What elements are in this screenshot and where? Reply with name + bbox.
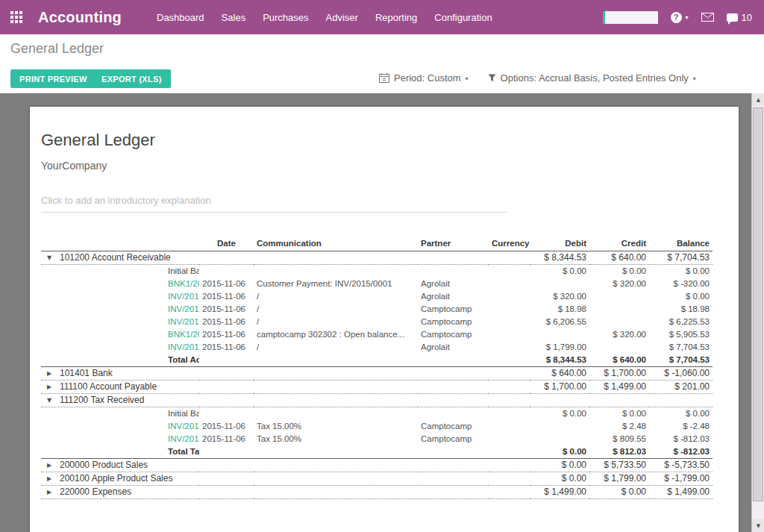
table-row: INV/2015/0002▼ 2015-11-06 Tax 15.00% Cam… xyxy=(41,420,713,433)
table-row: ▶200100 Apple Product Sales $ 0.00 $ 1,7… xyxy=(41,472,713,486)
messages-count-badge: 10 xyxy=(742,12,752,23)
table-row: Total Account Receivable $ 8,344.53 $ 64… xyxy=(41,354,713,367)
nav-item-purchases[interactable]: Purchases xyxy=(263,12,308,23)
ledger-table: Date Communication Partner Currency Debi… xyxy=(41,237,713,499)
table-row: ▶200000 Product Sales $ 0.00 $ 5,733.50 … xyxy=(41,459,713,472)
control-bar: PRINT PREVIEW EXPORT (XLS) Period: Custo… xyxy=(0,63,764,93)
nav-item-adviser[interactable]: Adviser xyxy=(326,12,358,23)
options-dropdown-label: Options: Accrual Basis, Posted Entries O… xyxy=(501,72,689,84)
print-preview-button[interactable]: PRINT PREVIEW xyxy=(10,69,96,88)
account-row-toggle[interactable]: ▶101401 Bank xyxy=(41,367,199,381)
table-row: INV/2015/0002▼ 2015-11-06 / Camptocamp $… xyxy=(41,303,713,316)
nav-item-sales[interactable]: Sales xyxy=(222,12,246,23)
company-name: YourCompany xyxy=(41,160,739,172)
top-navbar: Accounting DashboardSalesPurchasesAdvise… xyxy=(0,0,764,34)
journal-entry-link[interactable]: INV/2015/0002 xyxy=(168,422,199,431)
screen: Accounting DashboardSalesPurchasesAdvise… xyxy=(0,0,764,532)
expand-caret-icon: ▶ xyxy=(44,474,60,484)
messages-menu[interactable]: 10 xyxy=(727,12,752,23)
collapse-caret-icon: ▼ xyxy=(44,395,60,405)
help-menu[interactable]: ? ▾ xyxy=(671,12,689,23)
table-header-row: Date Communication Partner Currency Debi… xyxy=(41,237,713,251)
main-menu: DashboardSalesPurchasesAdviserReportingC… xyxy=(157,12,492,23)
table-row: ▼101200 Account Receivable $ 8,344.53 $ … xyxy=(41,251,713,265)
vertical-scrollbar[interactable]: ▲ ▼ xyxy=(751,93,764,532)
report-sheet: General Ledger YourCompany Click to add … xyxy=(30,107,739,532)
expand-caret-icon: ▶ xyxy=(44,369,60,378)
chevron-down-icon: ▾ xyxy=(466,75,469,82)
account-row-toggle[interactable]: ▶200000 Product Sales xyxy=(41,459,199,472)
chat-bubble-icon xyxy=(727,13,738,22)
journal-entry-link[interactable]: BNK1/2015/0001 xyxy=(168,279,199,288)
account-row-toggle[interactable]: ▼111200 Tax Received xyxy=(41,394,199,407)
table-row: BNK1/2015/0001▼ 2015-11-06 Customer Paym… xyxy=(41,278,713,290)
report-filters: Period: Custom ▾ Options: Accrual Basis,… xyxy=(379,63,696,93)
table-row: INV/2015/0001▼ 2015-11-06 / Agrolait $ 3… xyxy=(41,290,713,303)
col-credit: Credit xyxy=(589,237,649,251)
account-row-toggle[interactable]: ▶111100 Account Payable xyxy=(41,381,199,394)
table-row: Total Tax Received $ 0.00 $ 812.03 $ -81… xyxy=(41,445,713,459)
apps-grid-icon[interactable] xyxy=(10,11,22,23)
help-icon: ? xyxy=(671,12,682,23)
chevron-down-icon: ▾ xyxy=(686,14,689,21)
col-date: Date xyxy=(199,237,254,251)
expand-caret-icon: ▶ xyxy=(44,487,60,497)
nav-item-reporting[interactable]: Reporting xyxy=(375,12,417,23)
total-row-label: Total Tax Received xyxy=(41,445,199,459)
table-row: INV/2015/0003▼ 2015-11-06 Tax 15.00% Cam… xyxy=(41,433,713,445)
col-balance: Balance xyxy=(649,237,713,251)
table-row: ▶220000 Expenses $ 1,499.00 $ 0.00 $ 1,4… xyxy=(41,486,713,499)
expand-caret-icon: ▶ xyxy=(44,382,60,392)
expand-caret-icon: ▶ xyxy=(44,460,60,470)
period-dropdown[interactable]: Period: Custom ▾ xyxy=(379,72,469,84)
table-row: ▶101401 Bank $ 640.00 $ 1,700.00 $ -1,06… xyxy=(41,367,713,381)
scroll-down-button[interactable]: ▼ xyxy=(752,519,764,532)
app-name[interactable]: Accounting xyxy=(38,9,122,26)
collapse-caret-icon: ▼ xyxy=(44,253,60,263)
chevron-down-icon: ▾ xyxy=(693,75,696,82)
user-menu[interactable] xyxy=(603,11,658,24)
report-title: General Ledger xyxy=(41,131,739,150)
initial-balance-label: Initial Balance xyxy=(41,407,199,421)
account-row-toggle[interactable]: ▶220000 Expenses xyxy=(41,486,199,499)
journal-entry-link[interactable]: INV/2015/0004 xyxy=(168,342,199,351)
table-row: Initial Balance $ 0.00 $ 0.00 $ 0.00 xyxy=(41,265,713,278)
navbar-right: ? ▾ 10 xyxy=(603,11,752,24)
journal-entry-link[interactable]: INV/2015/0002 xyxy=(168,304,199,313)
table-row: BNK1/2015/0003/2▼ 2015-11-06 camptocamp … xyxy=(41,328,713,341)
col-partner: Partner xyxy=(418,237,489,251)
nav-item-dashboard[interactable]: Dashboard xyxy=(157,12,204,23)
col-debit: Debit xyxy=(530,237,589,251)
export-xls-button[interactable]: EXPORT (XLS) xyxy=(93,69,171,88)
scroll-up-button[interactable]: ▲ xyxy=(752,93,764,106)
account-row-toggle[interactable]: ▶200100 Apple Product Sales xyxy=(41,472,199,486)
nav-item-configuration[interactable]: Configuration xyxy=(434,12,492,23)
journal-entry-link[interactable]: INV/2015/0001 xyxy=(168,292,199,301)
options-dropdown[interactable]: Options: Accrual Basis, Posted Entries O… xyxy=(488,72,696,84)
initial-balance-label: Initial Balance xyxy=(41,265,199,278)
intro-placeholder[interactable]: Click to add an introductory explanation xyxy=(41,195,507,213)
journal-entry-link[interactable]: INV/2015/0003 xyxy=(168,317,199,326)
report-viewport: General Ledger YourCompany Click to add … xyxy=(0,93,764,532)
journal-entry-link[interactable]: BNK1/2015/0003/2 xyxy=(168,330,199,339)
table-row: INV/2015/0003▼ 2015-11-06 / Camptocamp $… xyxy=(41,316,713,328)
filter-funnel-icon xyxy=(488,74,496,82)
col-account xyxy=(41,237,199,251)
col-currency: Currency xyxy=(489,237,530,251)
scrollbar-thumb[interactable] xyxy=(753,107,763,501)
calendar-icon xyxy=(379,73,389,83)
breadcrumb: General Ledger xyxy=(10,41,104,57)
col-communication: Communication xyxy=(254,237,418,251)
journal-entry-link[interactable]: INV/2015/0003 xyxy=(168,434,199,443)
table-row: Initial Balance $ 0.00 $ 0.00 $ 0.00 xyxy=(41,407,713,421)
table-row: ▶111100 Account Payable $ 1,700.00 $ 1,4… xyxy=(41,381,713,394)
mail-icon[interactable] xyxy=(701,13,714,22)
breadcrumb-bar: General Ledger xyxy=(0,34,764,63)
period-dropdown-label: Period: Custom xyxy=(394,72,461,84)
table-row: INV/2015/0004▼ 2015-11-06 / Agrolait $ 1… xyxy=(41,341,713,354)
table-row: ▼111200 Tax Received xyxy=(41,394,713,407)
total-row-label: Total Account Receivable xyxy=(41,354,199,367)
account-row-toggle[interactable]: ▼101200 Account Receivable xyxy=(41,251,199,265)
